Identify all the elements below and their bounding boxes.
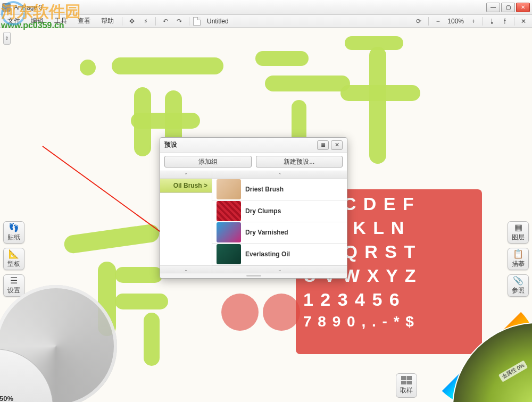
stencil-circles bbox=[221, 294, 301, 352]
redo-button[interactable]: ↷ bbox=[173, 16, 185, 27]
app-icon bbox=[2, 3, 11, 12]
paint-stroke bbox=[115, 267, 163, 283]
preset-resize-grip[interactable] bbox=[160, 273, 347, 278]
close-doc-button[interactable]: ✕ bbox=[518, 16, 529, 27]
footprint-icon: 👣 bbox=[9, 223, 19, 232]
separator bbox=[428, 17, 429, 26]
paint-stroke bbox=[80, 60, 96, 76]
preset-title: 预设 bbox=[164, 140, 315, 149]
clipboard-icon: 📋 bbox=[513, 250, 523, 258]
scroll-up-button[interactable]: ⌃ bbox=[212, 171, 347, 179]
layers-button[interactable]: ▦ 图层 bbox=[508, 221, 529, 244]
preset-thumb bbox=[217, 222, 241, 242]
preset-name: Driest Brush bbox=[245, 186, 284, 193]
minimize-button[interactable]: — bbox=[486, 3, 500, 12]
preset-item[interactable]: Driest Brush bbox=[212, 179, 347, 200]
stencils-label: 型板 bbox=[7, 259, 20, 269]
pin-icon: 📎 bbox=[513, 277, 523, 285]
zoom-out-button[interactable]: − bbox=[433, 16, 443, 27]
zoom-value[interactable]: 100% bbox=[445, 18, 466, 25]
paint-stroke bbox=[369, 47, 386, 164]
scroll-down-button[interactable]: ⌄ bbox=[160, 265, 212, 273]
sample-label: 取样 bbox=[400, 386, 413, 395]
sliders-icon: ☰ bbox=[10, 277, 18, 285]
menu-help[interactable]: 帮助 bbox=[97, 15, 118, 27]
refs-button[interactable]: 📎 参照 bbox=[508, 274, 529, 297]
stickers-button[interactable]: 👣 贴纸 bbox=[3, 221, 24, 244]
stencil-circle bbox=[221, 294, 259, 331]
tool-picker[interactable]: 50% bbox=[0, 285, 117, 402]
preset-thumb bbox=[217, 244, 241, 264]
layers-label: 图层 bbox=[512, 233, 525, 242]
menu-view[interactable]: 查看 bbox=[73, 15, 95, 27]
import-button[interactable]: ⭳ bbox=[487, 16, 497, 27]
canvas-ruler-toggle[interactable]: ⇕ bbox=[3, 32, 11, 45]
refs-label: 参照 bbox=[512, 286, 525, 295]
scroll-up-button[interactable]: ⌃ bbox=[160, 171, 212, 179]
document-icon bbox=[193, 17, 201, 26]
preset-item[interactable]: Dry Varnished bbox=[212, 222, 347, 244]
separator bbox=[483, 17, 483, 26]
stencil-circle bbox=[263, 294, 300, 331]
menu-edit[interactable]: 编辑 bbox=[27, 15, 48, 27]
menu-file[interactable]: 文件 bbox=[3, 15, 24, 27]
preset-item[interactable]: Everlasting Oil bbox=[212, 244, 347, 265]
preset-name: Dry Varnished bbox=[245, 229, 288, 236]
layers-icon: ▦ bbox=[514, 223, 522, 232]
menu-tools[interactable]: 工具 bbox=[50, 15, 71, 27]
preset-group-list: ⌃ Oil Brush > ⌄ bbox=[160, 171, 212, 273]
tool-size-value: 50% bbox=[0, 395, 48, 402]
window-title: ArtRage 3 bbox=[14, 4, 486, 11]
maximize-button[interactable]: ▢ bbox=[501, 3, 515, 12]
paint-stroke bbox=[265, 76, 350, 91]
paint-stroke bbox=[131, 113, 200, 129]
paint-stroke bbox=[63, 223, 161, 255]
zoom-controls: − 100% + bbox=[433, 16, 479, 27]
preset-name: Dry Clumps bbox=[245, 207, 281, 215]
paint-stroke bbox=[340, 85, 420, 101]
preset-item[interactable]: Dry Clumps bbox=[212, 200, 347, 222]
stencil-icon: 📐 bbox=[9, 250, 19, 258]
preset-menu-button[interactable]: ≣ bbox=[317, 140, 329, 150]
rotate-canvas-icon[interactable]: ⟳ bbox=[413, 16, 425, 27]
document-name: Untitled bbox=[207, 18, 229, 25]
preset-item-list: ⌃ Driest Brush Dry Clumps Dry Varnished … bbox=[212, 171, 347, 273]
preset-close-button[interactable]: ✕ bbox=[331, 140, 343, 150]
export-button[interactable]: ⭱ bbox=[500, 16, 510, 27]
close-button[interactable]: ✕ bbox=[516, 3, 530, 12]
preset-titlebar[interactable]: 预设 ≣ ✕ bbox=[160, 138, 347, 153]
separator bbox=[122, 17, 122, 26]
separator bbox=[514, 17, 514, 26]
zoom-in-button[interactable]: + bbox=[468, 16, 479, 27]
color-picker[interactable]: 金属性 0% bbox=[426, 296, 532, 402]
paint-stroke bbox=[144, 313, 160, 366]
preset-thumb bbox=[217, 179, 241, 199]
stencils-button[interactable]: 📐 型板 bbox=[3, 248, 24, 270]
stickers-label: 贴纸 bbox=[7, 233, 20, 242]
add-group-button[interactable]: 添加组 bbox=[164, 156, 252, 168]
undo-button[interactable]: ↶ bbox=[160, 16, 171, 27]
paint-stroke bbox=[112, 57, 223, 74]
menubar: 文件 编辑 工具 查看 帮助 ✥ ♯ ↶ ↷ Untitled ⟳ − 100%… bbox=[0, 15, 532, 28]
move-tool-icon[interactable]: ✥ bbox=[126, 16, 138, 27]
tracing-label: 描摹 bbox=[512, 259, 525, 269]
separator bbox=[189, 17, 189, 26]
paint-stroke bbox=[255, 51, 309, 66]
preset-name: Everlasting Oil bbox=[245, 250, 290, 258]
preset-thumb bbox=[217, 201, 241, 221]
separator bbox=[155, 17, 156, 26]
color-sample-button[interactable]: 取样 bbox=[396, 373, 417, 398]
swatch-grid-icon bbox=[401, 376, 412, 384]
preset-group-active[interactable]: Oil Brush > bbox=[160, 179, 212, 193]
preset-group-empty bbox=[160, 193, 212, 265]
titlebar: ArtRage 3 — ▢ ✕ bbox=[0, 0, 532, 15]
scroll-down-button[interactable]: ⌄ bbox=[212, 265, 347, 273]
grid-toggle-icon[interactable]: ♯ bbox=[140, 16, 152, 27]
right-panel-buttons: ▦ 图层 📋 描摹 📎 参照 bbox=[508, 221, 529, 297]
preset-dialog[interactable]: 预设 ≣ ✕ 添加组 新建预设... ⌃ Oil Brush > ⌄ ⌃ Dri… bbox=[160, 137, 347, 279]
new-preset-button[interactable]: 新建预设... bbox=[256, 156, 343, 168]
paint-stroke bbox=[115, 294, 168, 309]
tracing-button[interactable]: 📋 描摹 bbox=[508, 248, 529, 270]
